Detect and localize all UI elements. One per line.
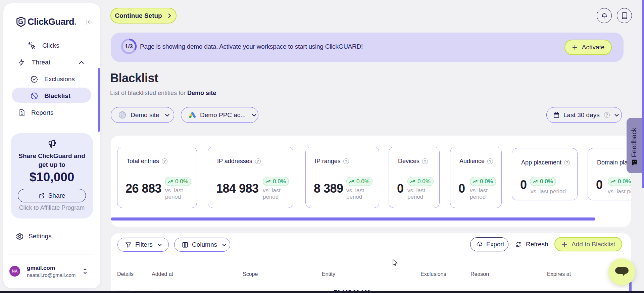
svg-text:1/3: 1/3	[125, 43, 133, 49]
